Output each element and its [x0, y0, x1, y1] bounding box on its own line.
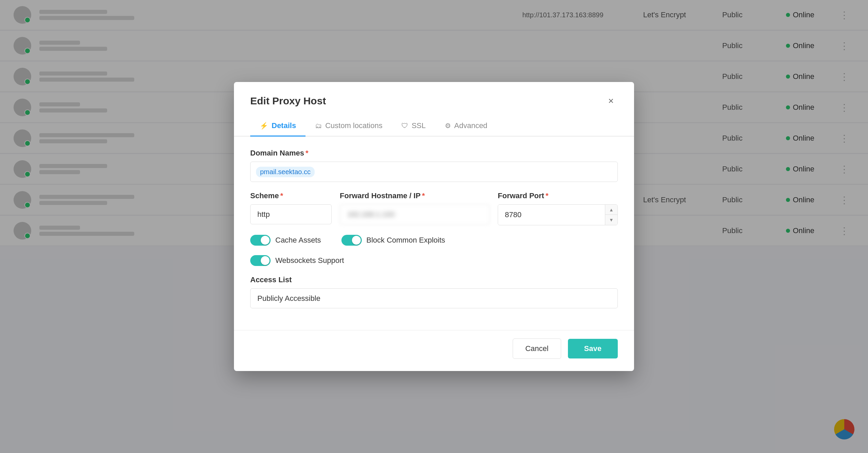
toggles-row-1: Cache Assets Block Common Exploits: [250, 235, 618, 246]
hostname-group: Forward Hostname / IP *: [340, 191, 490, 225]
domain-names-input-wrapper[interactable]: pmail.seektao.cc: [250, 162, 618, 182]
custom-locations-icon: 🗂: [315, 122, 322, 130]
save-button[interactable]: Save: [568, 339, 618, 358]
access-list-group: Access List Publicly Accessible: [250, 275, 618, 308]
scheme-group: Scheme * http https: [250, 191, 332, 225]
domain-names-group: Domain Names * pmail.seektao.cc: [250, 149, 618, 182]
cache-assets-toggle-item: Cache Assets: [250, 235, 321, 246]
block-exploits-label: Block Common Exploits: [367, 236, 445, 245]
hostname-label: Forward Hostname / IP *: [340, 191, 490, 200]
modal-body: Domain Names * pmail.seektao.cc Scheme *: [234, 137, 634, 330]
modal-footer: Cancel Save: [234, 330, 634, 371]
port-group: Forward Port * 8780 ▲ ▼: [498, 191, 618, 225]
port-up-button[interactable]: ▲: [605, 205, 617, 215]
required-star: *: [422, 191, 425, 200]
hostname-input[interactable]: [340, 204, 490, 225]
required-star: *: [280, 191, 283, 200]
tab-ssl[interactable]: 🛡 SSL: [392, 116, 435, 137]
scheme-label: Scheme *: [250, 191, 332, 200]
details-icon: ⚡: [260, 122, 268, 130]
toggles-row-2: Websockets Support: [250, 255, 618, 266]
advanced-icon: ⚙: [445, 122, 451, 130]
block-exploits-toggle[interactable]: [341, 235, 362, 246]
port-down-button[interactable]: ▼: [605, 215, 617, 225]
domain-names-label: Domain Names *: [250, 149, 618, 158]
websockets-toggle[interactable]: [250, 255, 271, 266]
cache-assets-label: Cache Assets: [275, 236, 321, 245]
modal-title: Edit Proxy Host: [250, 95, 326, 107]
tab-details[interactable]: ⚡ Details: [250, 116, 305, 137]
modal-header: Edit Proxy Host ×: [234, 82, 634, 108]
scheme-hostname-port-row: Scheme * http https Forward Hostname / I…: [250, 191, 618, 225]
cancel-button[interactable]: Cancel: [513, 338, 561, 359]
modal-close-button[interactable]: ×: [604, 94, 618, 108]
toggle-knob: [261, 256, 270, 265]
port-label: Forward Port *: [498, 191, 618, 200]
block-exploits-toggle-item: Block Common Exploits: [341, 235, 445, 246]
modal-dialog: Edit Proxy Host × ⚡ Details 🗂 Custom loc…: [234, 82, 634, 371]
port-input-wrapper: 8780 ▲ ▼: [498, 204, 618, 225]
modal-overlay: Edit Proxy Host × ⚡ Details 🗂 Custom loc…: [0, 0, 868, 453]
scheme-select[interactable]: http https: [250, 204, 332, 224]
toggle-knob: [352, 236, 361, 245]
required-star: *: [305, 149, 309, 158]
access-list-label: Access List: [250, 275, 618, 284]
tab-bar: ⚡ Details 🗂 Custom locations 🛡 SSL ⚙ Adv…: [234, 116, 634, 137]
tab-advanced[interactable]: ⚙ Advanced: [435, 116, 497, 137]
domain-name-tag: pmail.seektao.cc: [256, 167, 315, 177]
websockets-label: Websockets Support: [275, 256, 344, 265]
port-spinners: ▲ ▼: [605, 205, 617, 225]
cache-assets-toggle[interactable]: [250, 235, 271, 246]
tab-custom-locations[interactable]: 🗂 Custom locations: [305, 116, 392, 137]
required-star: *: [546, 191, 549, 200]
port-input[interactable]: 8780: [498, 205, 605, 225]
access-list-select[interactable]: Publicly Accessible: [250, 288, 618, 308]
websockets-toggle-item: Websockets Support: [250, 255, 344, 266]
ssl-icon: 🛡: [401, 122, 408, 130]
toggle-knob: [261, 236, 270, 245]
